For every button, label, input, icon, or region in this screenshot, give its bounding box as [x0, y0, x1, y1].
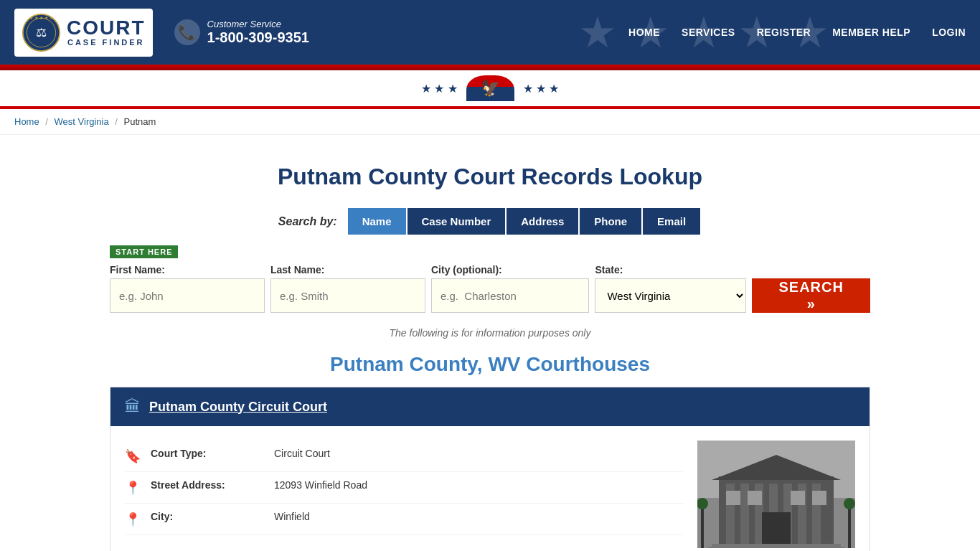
courthouses-title: Putnam County, WV Courthouses — [110, 353, 870, 376]
search-form: First Name: Last Name: City (optional): … — [110, 264, 870, 313]
eagle-arc-container: 🦅 — [466, 75, 514, 101]
nav-member-help[interactable]: MEMBER HELP — [832, 27, 910, 38]
courthouse-image — [697, 441, 855, 548]
tab-address[interactable]: Address — [507, 208, 578, 235]
svg-point-25 — [844, 498, 855, 509]
banner-stars-right: ★ ★ ★ — [523, 82, 560, 95]
first-name-field: First Name: — [110, 264, 265, 313]
logo-link[interactable]: ★ ★ ★ ★ ★ ⚖ COURT CASE FINDER — [14, 9, 153, 57]
info-note: The following is for information purpose… — [110, 327, 870, 339]
breadcrumb-county: Putnam — [124, 116, 156, 127]
courthouse-card-circuit: 🏛 Putnam County Circuit Court 🔖 Court Ty… — [110, 387, 870, 551]
last-name-field: Last Name: — [270, 264, 425, 313]
banner-stars-left: ★ ★ ★ — [421, 82, 458, 95]
main-content: Putnam County Court Records Lookup Searc… — [95, 135, 885, 551]
customer-service: 📞 Customer Service 1-800-309-9351 — [174, 19, 309, 46]
start-here-badge-container: START HERE — [110, 245, 870, 264]
logo-text: COURT CASE FINDER — [67, 18, 146, 47]
svg-rect-17 — [748, 491, 762, 505]
address-icon: 📍 — [125, 480, 142, 496]
address-label: Street Address: — [151, 479, 265, 491]
tab-case-number[interactable]: Case Number — [407, 208, 506, 235]
search-button[interactable]: SEARCH » — [752, 278, 870, 313]
phone-icon: 📞 — [174, 19, 200, 45]
city-detail-value: Winfield — [274, 511, 310, 522]
eagle-symbol: 🦅 — [481, 79, 500, 98]
courthouse-details: 🔖 Court Type: Circuit Court 📍 Street Add… — [125, 441, 683, 548]
breadcrumb-sep-2: / — [115, 116, 118, 127]
detail-row-court-type: 🔖 Court Type: Circuit Court — [125, 441, 683, 472]
courthouse-header: 🏛 Putnam County Circuit Court — [110, 387, 870, 426]
courthouse-building-svg — [697, 441, 855, 548]
cs-info: Customer Service 1-800-309-9351 — [207, 19, 309, 46]
nav-register[interactable]: REGISTER — [757, 27, 811, 38]
svg-rect-20 — [708, 547, 844, 548]
red-banner-decoration — [0, 65, 980, 70]
svg-rect-22 — [701, 505, 704, 548]
last-name-input[interactable] — [270, 278, 425, 313]
breadcrumb-home[interactable]: Home — [14, 116, 39, 127]
address-value: 12093 Winfield Road — [274, 479, 367, 491]
city-detail-icon: 📍 — [125, 512, 142, 527]
site-header: ★ ★ ★ ★ ★ ★ ★ ★ ★ ★ ⚖ COURT CASE FINDER … — [0, 0, 980, 65]
logo-case-finder-text: CASE FINDER — [67, 38, 145, 47]
state-select[interactable]: West Virginia Alabama Alaska — [595, 278, 746, 313]
city-field: City (optional): — [431, 264, 589, 313]
svg-rect-18 — [791, 491, 805, 505]
svg-rect-23 — [848, 505, 851, 548]
svg-text:★ ★ ★ ★ ★: ★ ★ ★ ★ ★ — [29, 15, 52, 20]
svg-rect-15 — [762, 512, 791, 548]
svg-rect-21 — [712, 544, 841, 547]
nav-login[interactable]: LOGIN — [932, 27, 966, 38]
court-type-label: Court Type: — [151, 448, 265, 459]
courthouse-name[interactable]: Putnam County Circuit Court — [149, 400, 327, 415]
state-label: State: — [595, 264, 746, 276]
search-section: Search by: Name Case Number Address Phon… — [110, 208, 870, 313]
logo-emblem-icon: ★ ★ ★ ★ ★ ⚖ — [22, 13, 61, 52]
tab-phone[interactable]: Phone — [580, 208, 641, 235]
logo-court-text: COURT — [67, 18, 146, 38]
last-name-label: Last Name: — [270, 264, 425, 276]
svg-text:⚖: ⚖ — [36, 26, 47, 39]
courthouse-body: 🔖 Court Type: Circuit Court 📍 Street Add… — [110, 426, 870, 551]
star-decoration-1: ★ — [578, 7, 617, 57]
page-title: Putnam County Court Records Lookup — [110, 164, 870, 190]
detail-row-address: 📍 Street Address: 12093 Winfield Road — [125, 472, 683, 504]
first-name-label: First Name: — [110, 264, 265, 276]
city-input[interactable] — [431, 278, 589, 313]
city-detail-label: City: — [151, 511, 265, 522]
first-name-input[interactable] — [110, 278, 265, 313]
detail-row-city: 📍 City: Winfield — [125, 504, 683, 535]
eagle-banner: ★ ★ ★ 🦅 ★ ★ ★ — [0, 70, 980, 106]
city-label: City (optional): — [431, 264, 589, 276]
breadcrumb-sep-1: / — [45, 116, 48, 127]
tab-name[interactable]: Name — [348, 208, 406, 235]
courthouse-building-icon: 🏛 — [125, 397, 141, 416]
cs-phone: 1-800-309-9351 — [207, 29, 309, 46]
cs-label: Customer Service — [207, 19, 309, 29]
main-nav: HOME SERVICES REGISTER MEMBER HELP LOGIN — [628, 27, 966, 38]
search-by-label: Search by: — [278, 215, 337, 228]
state-field: State: West Virginia Alabama Alaska — [595, 264, 746, 313]
breadcrumb-state[interactable]: West Virginia — [55, 116, 109, 127]
svg-rect-16 — [726, 491, 740, 505]
search-by-row: Search by: Name Case Number Address Phon… — [110, 208, 870, 235]
nav-home[interactable]: HOME — [628, 27, 660, 38]
nav-services[interactable]: SERVICES — [682, 27, 735, 38]
eagle-banner-inner: ★ ★ ★ 🦅 ★ ★ ★ — [421, 74, 560, 103]
tab-email[interactable]: Email — [643, 208, 700, 235]
court-type-icon: 🔖 — [125, 448, 142, 464]
court-type-value: Circuit Court — [274, 448, 330, 459]
start-here-badge: START HERE — [110, 245, 178, 258]
svg-rect-19 — [812, 491, 826, 505]
breadcrumb: Home / West Virginia / Putnam — [0, 109, 980, 135]
logo-container: ★ ★ ★ ★ ★ ⚖ COURT CASE FINDER — [14, 9, 153, 57]
